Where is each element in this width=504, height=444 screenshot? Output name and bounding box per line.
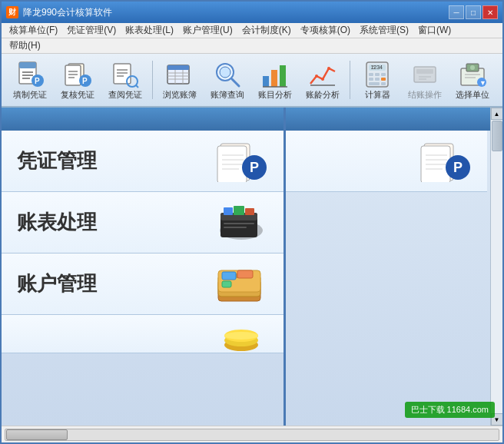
menu-bar: 核算单位(F) 凭证管理(V) 账表处理(L) 账户管理(U) 会计制度(K) … — [2, 23, 502, 38]
calculator-icon: 1234 5 — [363, 61, 391, 88]
svg-rect-44 — [381, 73, 386, 76]
svg-text:P: P — [453, 160, 463, 175]
svg-text:P: P — [250, 160, 259, 175]
svg-rect-51 — [416, 69, 433, 74]
account-analysis-label: 账目分析 — [258, 90, 292, 99]
menu-card-voucher[interactable]: 凭证管理 P — [2, 131, 284, 192]
svg-rect-42 — [369, 73, 373, 76]
svg-rect-21 — [167, 65, 189, 70]
menu-help[interactable]: 帮助(H) — [5, 38, 45, 54]
menu-accounting[interactable]: 会计制度(K) — [237, 23, 296, 38]
ledger-processing-icon — [214, 200, 268, 246]
browse-ledger-icon — [166, 61, 194, 88]
right-scrollbar[interactable]: ▲ ▼ — [490, 108, 502, 426]
svg-line-29 — [232, 79, 239, 86]
watermark: 巴士下载 11684.com — [405, 402, 496, 418]
toolbar: P 填制凭证 P 复核凭证 — [2, 54, 502, 108]
toolbar-account-query[interactable]: 账簿查询 — [205, 57, 250, 103]
scroll-thumb[interactable] — [492, 121, 502, 151]
toolbar-age-analysis[interactable]: 账龄分析 — [300, 57, 345, 103]
menu-suansuan[interactable]: 核算单位(F) — [5, 23, 62, 38]
menu-card-ledger[interactable]: 账表处理 — [2, 192, 284, 253]
menu-window[interactable]: 窗口(W) — [413, 23, 456, 38]
browse-ledger-label: 浏览账簿 — [163, 90, 197, 99]
account-management-label: 账户管理 — [17, 270, 214, 297]
account-query-label: 账簿查询 — [211, 90, 244, 99]
right-voucher-icon: P — [418, 138, 472, 184]
toolbar-close-ops[interactable]: 结账操作 — [403, 57, 447, 103]
svg-rect-85 — [222, 272, 236, 280]
menu-card-bottom[interactable] — [2, 315, 284, 353]
svg-rect-87 — [222, 281, 231, 287]
voucher-management-label: 凭证管理 — [17, 147, 214, 174]
age-analysis-label: 账龄分析 — [306, 90, 340, 99]
title-controls: ─ □ ✕ — [449, 5, 498, 19]
horizontal-scrollbar[interactable] — [5, 429, 499, 441]
svg-rect-79 — [224, 223, 254, 224]
close-ops-icon — [411, 61, 439, 88]
menu-voucher[interactable]: 凭证管理(V) — [62, 23, 121, 38]
ledger-processing-label: 账表处理 — [17, 209, 214, 236]
window-title: 降龙990会计核算软件 — [23, 6, 112, 19]
maximize-button[interactable]: □ — [466, 5, 481, 19]
toolbar-separator-1 — [152, 61, 153, 99]
view-voucher-label: 查阅凭证 — [108, 90, 142, 99]
review-voucher-label: 复核凭证 — [61, 90, 94, 99]
svg-rect-47 — [381, 78, 386, 81]
toolbar-select-unit[interactable]: ▼ 选择单位 — [450, 57, 495, 103]
svg-rect-1 — [19, 62, 36, 68]
toolbar-calculator[interactable]: 1234 5 计算器 — [355, 57, 400, 103]
menu-account[interactable]: 账户管理(U) — [178, 23, 237, 38]
svg-point-34 — [315, 75, 318, 78]
close-button[interactable]: ✕ — [482, 5, 498, 19]
left-panel-header — [2, 108, 284, 131]
toolbar-separator-2 — [350, 61, 350, 99]
view-voucher-icon — [111, 61, 139, 88]
account-query-icon — [214, 61, 241, 88]
select-unit-label: 选择单位 — [456, 90, 489, 99]
scroll-track — [491, 120, 503, 413]
menu-ledger[interactable]: 账表处理(L) — [121, 23, 178, 38]
scroll-thumb-h[interactable] — [6, 429, 68, 440]
svg-rect-31 — [271, 70, 277, 87]
svg-text:P: P — [35, 77, 40, 85]
svg-point-36 — [327, 67, 330, 70]
toolbar-account-analysis[interactable]: 账目分析 — [253, 57, 297, 103]
svg-rect-32 — [280, 65, 286, 87]
toolbar-view-voucher[interactable]: 查阅凭证 — [103, 57, 148, 103]
bottom-card-icon — [214, 315, 268, 353]
svg-line-19 — [136, 85, 138, 88]
svg-rect-30 — [263, 76, 269, 87]
fill-voucher-label: 填制凭证 — [13, 90, 47, 99]
account-analysis-icon — [261, 61, 289, 88]
svg-rect-14 — [114, 64, 131, 84]
svg-text:▼: ▼ — [479, 79, 486, 87]
toolbar-fill-voucher[interactable]: P 填制凭证 — [8, 57, 52, 103]
right-voucher-card[interactable]: P — [286, 131, 487, 192]
toolbar-browse-ledger[interactable]: 浏览账簿 — [158, 57, 202, 103]
svg-point-56 — [470, 65, 475, 70]
age-analysis-icon — [309, 61, 337, 88]
toolbar-review-voucher[interactable]: P 复核凭证 — [55, 57, 100, 103]
voucher-management-icon: P — [214, 138, 268, 184]
account-management-icon — [214, 261, 268, 307]
svg-rect-78 — [245, 208, 254, 215]
menu-system[interactable]: 系统管理(S) — [355, 23, 413, 38]
scroll-up-button[interactable]: ▲ — [491, 108, 503, 120]
svg-rect-76 — [224, 207, 233, 215]
fill-voucher-icon: P — [16, 61, 44, 88]
help-bar: 帮助(H) — [2, 38, 502, 54]
right-panel-header — [286, 108, 502, 131]
svg-rect-77 — [234, 206, 244, 215]
minimize-button[interactable]: ─ — [449, 5, 464, 19]
review-voucher-icon: P — [64, 61, 91, 88]
title-bar: 财 降龙990会计核算软件 ─ □ ✕ — [2, 2, 502, 23]
svg-text:5: 5 — [372, 65, 375, 70]
svg-rect-45 — [369, 78, 373, 81]
main-content: 凭证管理 P 账表处理 — [2, 108, 502, 426]
menu-special[interactable]: 专项核算(O) — [296, 23, 355, 38]
svg-text:P: P — [82, 77, 88, 85]
menu-card-accounts[interactable]: 账户管理 — [2, 253, 284, 315]
close-ops-label: 结账操作 — [408, 90, 442, 99]
svg-point-28 — [220, 67, 230, 78]
